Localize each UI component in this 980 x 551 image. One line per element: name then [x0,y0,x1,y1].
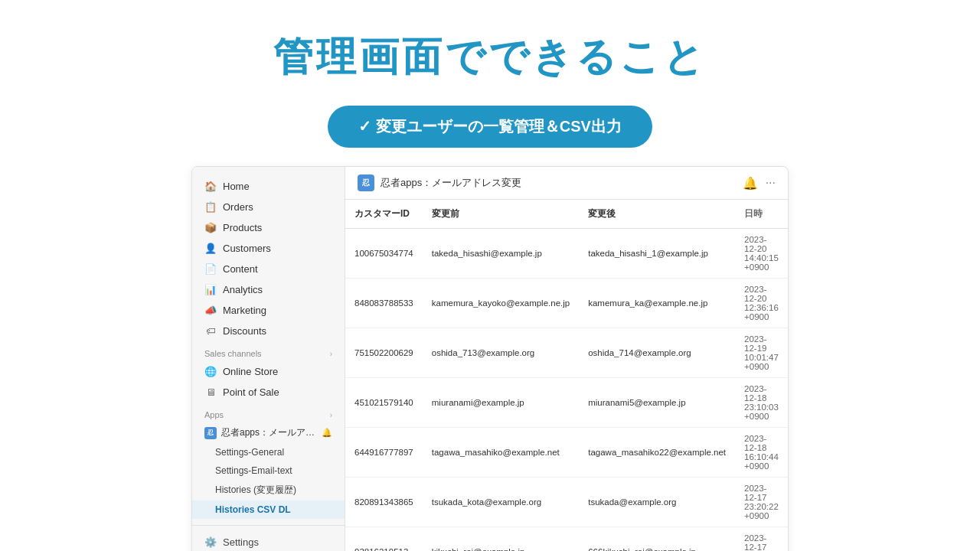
cell-id: 93816219513 [345,527,423,552]
sidebar-sub-histories-csv[interactable]: Histories CSV DL [192,500,345,519]
sales-channels-arrow: › [330,350,332,358]
col-header-after: 変更後 [579,200,735,229]
sidebar-item-home[interactable]: 🏠 Home [192,176,345,197]
sidebar-item-discounts[interactable]: 🏷 Discounts [192,321,345,341]
cell-after: kamemura_ka@example.ne.jp [579,279,735,328]
cell-date: 2023-12-18 23:10:03 +0900 [735,378,788,428]
sidebar-label-home: Home [223,181,250,192]
sidebar-item-customers[interactable]: 👤 Customers [192,238,345,259]
sidebar-item-content[interactable]: 📄 Content [192,259,345,279]
col-header-date: 日時 [735,200,788,229]
sidebar-sub-settings-general[interactable]: Settings-General [192,443,345,461]
table-row: 451021579140 miuranami@example.jp miuran… [345,378,788,428]
cell-after: tsukada@example.org [579,478,735,527]
settings-email-label: Settings-Email-text [215,465,292,476]
cell-before: tagawa_masahiko@example.net [423,428,579,478]
sidebar-label-marketing: Marketing [223,305,266,316]
settings-icon: ⚙️ [204,536,217,548]
app-icon: 忍 [204,427,217,439]
col-header-id: カスタマーID [345,200,423,229]
cell-before: oshida_713@example.org [423,328,579,378]
settings-label: Settings [223,536,259,548]
sidebar-sub-histories[interactable]: Histories (変更履歴) [192,480,345,500]
sidebar: 🏠 Home 📋 Orders 📦 Products 👤 Customers 📄… [192,167,345,551]
panel-header-title: 忍者apps：メールアドレス変更 [381,176,737,190]
top-section: 管理画面でできること ✓ 変更ユーザーの一覧管理＆CSV出力 [0,0,980,166]
cell-after: miuranami5@example.jp [579,378,735,428]
orders-icon: 📋 [204,201,217,213]
sidebar-app-item[interactable]: 忍 忍者apps：メールアド... 🔔 [192,422,345,443]
page-main-title: 管理画面でできること [273,31,707,84]
cell-before: tsukada_kota@example.org [423,478,579,527]
data-table: カスタマーID 変更前 変更後 日時 100675034774 takeda_h… [345,200,788,551]
marketing-icon: 📣 [204,305,217,316]
cell-id: 820891343865 [345,478,423,527]
table-row: 100675034774 takeda_hisashi@example.jp t… [345,229,788,279]
main-panel: 忍 忍者apps：メールアドレス変更 🔔 ··· カスタマーID 変更前 変更後… [345,167,788,551]
sidebar-label-online-store: Online Store [223,366,278,377]
sidebar-label-products: Products [223,222,262,233]
panel-header-actions: 🔔 ··· [743,176,776,191]
sidebar-label-customers: Customers [223,243,271,254]
col-header-before: 変更前 [423,200,579,229]
histories-csv-label: Histories CSV DL [215,504,291,515]
sidebar-sub-settings-email[interactable]: Settings-Email-text [192,461,345,480]
cell-id: 451021579140 [345,378,423,428]
panel-header: 忍 忍者apps：メールアドレス変更 🔔 ··· [345,167,788,200]
online-store-icon: 🌐 [204,366,217,377]
cell-date: 2023-12-17 23:20:22 +0900 [735,478,788,527]
cell-date: 2023-12-20 12:36:16 +0900 [735,279,788,328]
cell-date: 2023-12-19 10:01:47 +0900 [735,328,788,378]
customers-icon: 👤 [204,243,217,254]
sidebar-item-online-store[interactable]: 🌐 Online Store [192,361,345,382]
table-row: 93816219513 kikuchi_rei@example.jp 666ki… [345,527,788,552]
panel-more-icon[interactable]: ··· [766,176,776,190]
cell-date: 2023-12-18 16:10:44 +0900 [735,428,788,478]
cell-before: takeda_hisashi@example.jp [423,229,579,279]
sales-channels-label: Sales channels [204,349,262,358]
histories-label: Histories (変更履歴) [215,484,296,495]
cell-date: 2023-12-17 21:55:20 +0900 [735,527,788,552]
analytics-icon: 📊 [204,284,217,295]
sidebar-label-pos: Point of Sale [223,386,279,398]
pos-icon: 🖥 [204,386,217,398]
feature-badge-button[interactable]: ✓ 変更ユーザーの一覧管理＆CSV出力 [328,106,652,148]
settings-general-label: Settings-General [215,447,284,458]
table-row: 751502200629 oshida_713@example.org oshi… [345,328,788,378]
cell-before: kikuchi_rei@example.jp [423,527,579,552]
sales-channels-section: Sales channels › [192,341,345,361]
table-container: カスタマーID 変更前 変更後 日時 100675034774 takeda_h… [345,200,788,551]
cell-id: 751502200629 [345,328,423,378]
cell-id: 100675034774 [345,229,423,279]
home-icon: 🏠 [204,181,217,192]
app-bell-icon: 🔔 [322,428,332,438]
content-icon: 📄 [204,263,217,275]
cell-after: tagawa_masahiko22@example.net [579,428,735,478]
cell-after: oshida_714@example.org [579,328,735,378]
table-body: 100675034774 takeda_hisashi@example.jp t… [345,229,788,552]
sidebar-item-orders[interactable]: 📋 Orders [192,197,345,217]
cell-after: takeda_hisashi_1@example.jp [579,229,735,279]
cell-date: 2023-12-20 14:40:15 +0900 [735,229,788,279]
table-row: 644916777897 tagawa_masahiko@example.net… [345,428,788,478]
sidebar-label-orders: Orders [223,201,253,213]
apps-label: Apps [204,410,224,419]
sidebar-item-products[interactable]: 📦 Products [192,217,345,238]
sidebar-item-pos[interactable]: 🖥 Point of Sale [192,382,345,403]
sidebar-label-content: Content [223,263,258,275]
sidebar-item-marketing[interactable]: 📣 Marketing [192,300,345,321]
sidebar-item-settings[interactable]: ⚙️ Settings [192,532,345,551]
shopify-panel: 🏠 Home 📋 Orders 📦 Products 👤 Customers 📄… [191,166,789,551]
sidebar-divider [192,525,345,526]
sidebar-item-analytics[interactable]: 📊 Analytics [192,279,345,300]
table-header-row: カスタマーID 変更前 変更後 日時 [345,200,788,229]
cell-before: miuranami@example.jp [423,378,579,428]
table-row: 848083788533 kamemura_kayoko@example.ne.… [345,279,788,328]
table-row: 820891343865 tsukada_kota@example.org ts… [345,478,788,527]
content-wrapper: 🏠 Home 📋 Orders 📦 Products 👤 Customers 📄… [0,166,980,551]
cell-id: 644916777897 [345,428,423,478]
cell-id: 848083788533 [345,279,423,328]
products-icon: 📦 [204,222,217,233]
panel-bell-icon[interactable]: 🔔 [743,176,758,191]
sidebar-label-discounts: Discounts [223,325,266,337]
